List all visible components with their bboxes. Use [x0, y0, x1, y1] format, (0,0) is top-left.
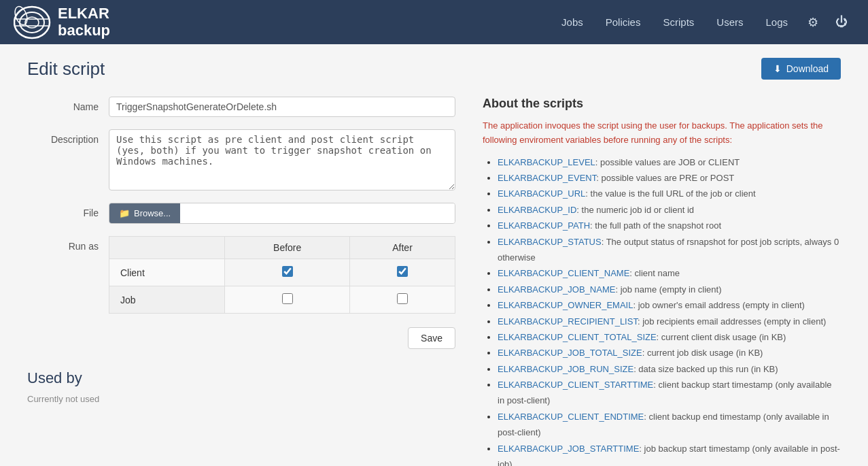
nav-logs[interactable]: Logs [756, 11, 797, 33]
list-item: ELKARBACKUP_CLIENT_TOTAL_SIZE: current c… [498, 329, 841, 345]
list-item: ELKARBACKUP_STATUS: The output status of… [498, 234, 841, 266]
run-as-job-before-cell [225, 286, 350, 314]
about-scripts-title: About the scripts [483, 97, 841, 111]
used-by-title: Used by [27, 369, 455, 387]
run-as-label: Run as [27, 236, 109, 252]
right-column: About the scripts The application invoqu… [483, 97, 841, 466]
list-item: ELKARBACKUP_PATH: the full path of the s… [498, 218, 841, 233]
list-item: ELKARBACKUP_RECIPIENT_LIST: job recipien… [498, 314, 841, 329]
description-group: Description Use this script as pre clien… [27, 129, 455, 190]
name-label: Name [27, 97, 109, 112]
list-item: ELKARBACKUP_CLIENT_STARTTIME: client bac… [498, 377, 841, 409]
run-as-job-before-checkbox[interactable] [282, 293, 293, 304]
run-as-client-before-checkbox[interactable] [282, 266, 293, 277]
nav-policies[interactable]: Policies [596, 11, 650, 33]
description-input[interactable]: Use this script as pre client and post c… [109, 129, 455, 190]
list-item: ELKARBACKUP_JOB_STARTTIME: job backup st… [498, 441, 841, 466]
run-as-client-label: Client [109, 259, 225, 286]
folder-icon: 📁 [119, 208, 130, 218]
description-label: Description [27, 129, 109, 145]
page-header: Edit script ⬇ Download [27, 58, 841, 80]
run-as-col-name [109, 237, 225, 259]
run-as-job-after-cell [350, 286, 455, 314]
list-item: ELKARBACKUP_ID: the numeric job id or cl… [498, 202, 841, 218]
list-item: ELKARBACKUP_JOB_TOTAL_SIZE: current job … [498, 345, 841, 361]
name-group: Name [27, 97, 455, 117]
run-as-col-after: After [350, 237, 455, 259]
file-input-group: 📁 Browse... [109, 203, 455, 224]
gear-icon: ⚙ [808, 16, 818, 29]
list-item: ELKARBACKUP_OWNER_EMAIL: job owner's ema… [498, 297, 841, 313]
run-as-client-after-checkbox[interactable] [397, 266, 408, 277]
page-content: Edit script ⬇ Download Name Description … [0, 44, 868, 466]
run-as-col-before: Before [225, 237, 350, 259]
run-as-client-after-cell [350, 259, 455, 286]
save-button[interactable]: Save [408, 327, 455, 349]
list-item: ELKARBACKUP_JOB_NAME: job name (empty in… [498, 282, 841, 297]
two-column-layout: Name Description Use this script as pre … [27, 97, 841, 466]
brand-logo [14, 5, 51, 39]
about-scripts-list: ELKARBACKUP_LEVEL: possible values are J… [483, 154, 841, 466]
settings-button[interactable]: ⚙ [801, 10, 825, 35]
browse-button[interactable]: 📁 Browse... [109, 203, 180, 223]
browse-label: Browse... [134, 208, 171, 218]
page-title: Edit script [27, 59, 105, 80]
run-as-row-client: Client [109, 259, 455, 286]
nav-jobs[interactable]: Jobs [552, 11, 593, 33]
run-as-table: Before After Client [109, 236, 455, 314]
svg-point-5 [14, 5, 29, 27]
main-nav: Jobs Policies Scripts Users Logs ⚙ ⏻ [552, 10, 854, 35]
brand-name: ELKAR [58, 5, 110, 22]
brand: ELKAR backup [14, 5, 110, 39]
run-as-row-job: Job [109, 286, 455, 314]
about-scripts-intro: The application invoques the script usin… [483, 119, 841, 148]
logout-button[interactable]: ⏻ [829, 10, 854, 35]
save-row: Save [27, 327, 455, 349]
run-as-job-label: Job [109, 286, 225, 314]
svg-point-1 [20, 12, 44, 33]
list-item: ELKARBACKUP_JOB_RUN_SIZE: data size back… [498, 361, 841, 377]
used-by-section: Used by Currently not used [27, 369, 455, 404]
list-item: ELKARBACKUP_URL: the value is the full U… [498, 186, 841, 201]
run-as-job-after-checkbox[interactable] [397, 293, 408, 304]
download-label: Download [786, 63, 829, 74]
navbar: ELKAR backup Jobs Policies Scripts Users… [0, 0, 868, 44]
used-by-text: Currently not used [27, 394, 455, 404]
file-label: File [27, 203, 109, 218]
run-as-client-before-cell [225, 259, 350, 286]
file-group: File 📁 Browse... [27, 203, 455, 224]
list-item: ELKARBACKUP_CLIENT_ENDTIME: client backu… [498, 409, 841, 441]
list-item: ELKARBACKUP_CLIENT_NAME: client name [498, 265, 841, 281]
brand-sub: backup [58, 22, 110, 39]
file-path-input[interactable] [180, 203, 455, 223]
download-icon: ⬇ [774, 63, 782, 74]
list-item: ELKARBACKUP_LEVEL: possible values are J… [498, 154, 841, 170]
nav-scripts[interactable]: Scripts [653, 11, 704, 33]
left-column: Name Description Use this script as pre … [27, 97, 455, 466]
list-item: ELKARBACKUP_EVENT: possible values are P… [498, 170, 841, 186]
name-input[interactable] [109, 97, 455, 117]
download-button[interactable]: ⬇ Download [761, 58, 841, 80]
logout-icon: ⏻ [835, 15, 848, 29]
nav-users[interactable]: Users [707, 11, 752, 33]
run-as-group: Run as Before After Client [27, 236, 455, 314]
